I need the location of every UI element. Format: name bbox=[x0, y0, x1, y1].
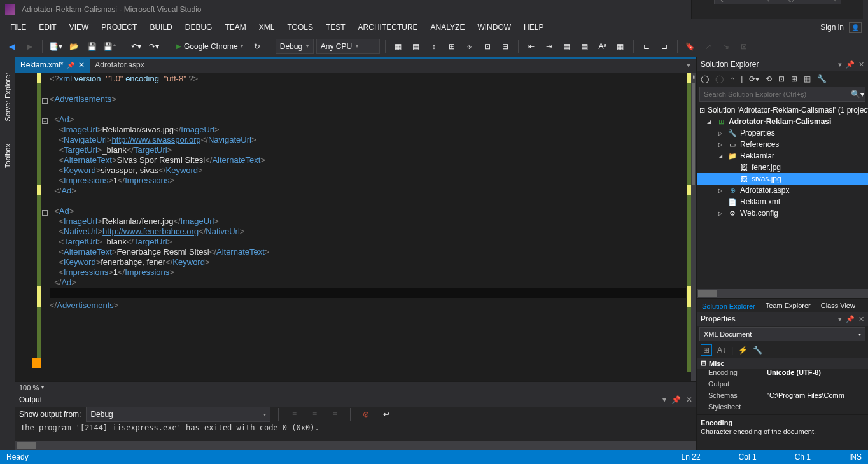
fwd-icon[interactable]: ◯ bbox=[715, 74, 724, 83]
menu-help[interactable]: HELP bbox=[517, 20, 550, 34]
tab-team-explorer[interactable]: Team Explorer bbox=[760, 300, 816, 311]
output-tool-icon[interactable]: ≡ bbox=[286, 407, 302, 422]
file-node[interactable]: ▷⊕Adrotator.aspx bbox=[697, 185, 868, 196]
tool-icon[interactable]: ▦ bbox=[391, 39, 406, 54]
menu-xml[interactable]: XML bbox=[253, 20, 281, 34]
menu-architecture[interactable]: ARCHITECTURE bbox=[352, 20, 424, 34]
undo-button[interactable]: ↶▾ bbox=[129, 39, 144, 54]
start-debug-button[interactable]: ▶Google Chrome▾ bbox=[172, 39, 247, 54]
pin-icon[interactable]: 📌 bbox=[846, 60, 855, 69]
dropdown-icon[interactable]: ▾ bbox=[662, 395, 666, 404]
file-node[interactable]: 📄Reklam.xml bbox=[697, 196, 868, 207]
text-icon[interactable]: Aª bbox=[595, 39, 610, 54]
references-node[interactable]: ▷▭References bbox=[697, 139, 868, 150]
output-tool-icon[interactable]: ≡ bbox=[307, 407, 322, 422]
tool-icon[interactable]: ▦ bbox=[804, 74, 811, 83]
uncomment-icon[interactable]: ▤ bbox=[577, 39, 592, 54]
browser-refresh-button[interactable]: ↻ bbox=[249, 39, 265, 54]
tool-icon[interactable]: ↕ bbox=[426, 39, 442, 54]
property-category[interactable]: ⊟Misc bbox=[697, 358, 868, 369]
tool-icon[interactable]: ⊞ bbox=[444, 39, 459, 54]
tool-icon[interactable]: ⊐ bbox=[657, 39, 672, 54]
tool-icon[interactable]: ⊏ bbox=[639, 39, 654, 54]
menu-test[interactable]: TEST bbox=[319, 20, 352, 34]
tool-icon[interactable]: ▦ bbox=[613, 39, 628, 54]
output-tool-icon[interactable]: ≡ bbox=[327, 407, 342, 422]
tab-solution-explorer[interactable]: Solution Explorer bbox=[697, 299, 760, 312]
tab-reklam-xml[interactable]: Reklam.xml* 📌 ✕ bbox=[15, 57, 90, 73]
menu-file[interactable]: FILE bbox=[4, 20, 32, 34]
pin-icon[interactable]: 📌 bbox=[67, 62, 74, 69]
menu-edit[interactable]: EDIT bbox=[32, 20, 62, 34]
tab-class-view[interactable]: Class View bbox=[816, 300, 860, 311]
search-icon[interactable]: 🔍▾ bbox=[850, 87, 865, 102]
dropdown-icon[interactable]: ▾ bbox=[838, 315, 842, 323]
properties-icon[interactable]: 🔧 bbox=[817, 74, 827, 83]
menu-team[interactable]: TEAM bbox=[218, 20, 252, 34]
save-all-button[interactable]: 💾⁺ bbox=[102, 39, 118, 54]
properties-object-dropdown[interactable]: XML Document▾ bbox=[699, 327, 865, 341]
back-icon[interactable]: ◯ bbox=[701, 74, 709, 83]
menu-project[interactable]: PROJECT bbox=[95, 20, 143, 34]
tool-icon[interactable]: ⊠ bbox=[736, 39, 752, 54]
tool-icon[interactable]: ⟳▾ bbox=[749, 74, 759, 83]
user-icon[interactable]: 👤 bbox=[849, 22, 862, 33]
toolbox-tab[interactable]: Toolbox bbox=[4, 144, 11, 168]
vertical-scrollbar[interactable]: ⬍ bbox=[691, 73, 696, 381]
close-icon[interactable]: ✕ bbox=[858, 315, 864, 323]
solution-search-input[interactable] bbox=[699, 87, 850, 102]
nav-back-button[interactable]: ◀ bbox=[4, 39, 19, 54]
pin-icon[interactable]: 📌 bbox=[846, 315, 855, 323]
refresh-icon[interactable]: ⟲ bbox=[766, 74, 772, 83]
menu-window[interactable]: WINDOW bbox=[471, 20, 517, 34]
home-icon[interactable]: ⌂ bbox=[730, 74, 734, 83]
nav-fwd-button[interactable]: ▶ bbox=[22, 39, 37, 54]
zoom-level[interactable]: 100 % bbox=[19, 384, 39, 391]
config-dropdown[interactable]: Debug▾ bbox=[276, 39, 314, 54]
property-row[interactable]: Output bbox=[697, 380, 868, 391]
server-explorer-tab[interactable]: Server Explorer bbox=[4, 73, 11, 121]
menu-tools[interactable]: TOOLS bbox=[281, 20, 319, 34]
bookmark-icon[interactable]: 🔖 bbox=[683, 39, 698, 54]
redo-button[interactable]: ↷▾ bbox=[146, 39, 162, 54]
categorized-icon[interactable]: ⊞ bbox=[701, 344, 712, 356]
close-tab-icon[interactable]: ✕ bbox=[78, 60, 85, 69]
horizontal-scrollbar[interactable] bbox=[15, 441, 696, 450]
close-icon[interactable]: ✕ bbox=[858, 60, 864, 69]
indent-icon[interactable]: ⇤ bbox=[524, 39, 539, 54]
clear-output-icon[interactable]: ⊘ bbox=[358, 407, 374, 422]
tool-icon[interactable]: ⊟ bbox=[498, 39, 513, 54]
tool-icon[interactable]: ⟐ bbox=[462, 39, 477, 54]
comment-icon[interactable]: ▤ bbox=[559, 39, 575, 54]
dropdown-icon[interactable]: ▾ bbox=[838, 60, 842, 69]
save-button[interactable]: 💾 bbox=[84, 39, 99, 54]
file-node-selected[interactable]: 🖼sivas.jpg bbox=[697, 173, 868, 185]
properties-node[interactable]: ▷🔧Properties bbox=[697, 127, 868, 139]
tab-adrotator-aspx[interactable]: Adrotator.aspx bbox=[90, 57, 149, 73]
open-file-button[interactable]: 📂 bbox=[66, 39, 81, 54]
tool-icon[interactable]: ↘ bbox=[718, 39, 734, 54]
pin-icon[interactable]: 📌 bbox=[671, 395, 681, 404]
menu-build[interactable]: BUILD bbox=[143, 20, 178, 34]
sign-in-link[interactable]: Sign in bbox=[820, 23, 844, 32]
tool-icon[interactable]: ⊞ bbox=[791, 74, 797, 83]
folder-node[interactable]: ◢📁Reklamlar bbox=[697, 150, 868, 162]
tool-icon[interactable]: ▤ bbox=[409, 39, 424, 54]
tab-overflow-icon[interactable]: ▾ bbox=[681, 57, 696, 73]
platform-dropdown[interactable]: Any CPU▾ bbox=[316, 39, 380, 54]
property-row[interactable]: Stylesheet bbox=[697, 403, 868, 414]
new-project-button[interactable]: 📑▾ bbox=[48, 39, 64, 54]
close-icon[interactable]: ✕ bbox=[686, 395, 692, 404]
alphabetical-icon[interactable]: A↓ bbox=[717, 346, 726, 355]
tool-icon[interactable]: ⊡ bbox=[778, 74, 785, 83]
file-node[interactable]: 🖼fener.jpg bbox=[697, 162, 868, 173]
tool-icon[interactable]: ↗ bbox=[701, 39, 716, 54]
project-node[interactable]: ◢⊞Adrotator-Reklam-Calismasi bbox=[697, 116, 868, 127]
code-editor[interactable]: − − − <?xml version="1.0" encoding="utf-… bbox=[15, 73, 696, 381]
toggle-wrap-icon[interactable]: ↩ bbox=[379, 407, 394, 422]
menu-view[interactable]: VIEW bbox=[63, 20, 95, 34]
file-node[interactable]: ▷⚙Web.config bbox=[697, 207, 868, 219]
menu-debug[interactable]: DEBUG bbox=[179, 20, 219, 34]
tool-icon[interactable]: ⊡ bbox=[480, 39, 495, 54]
menu-analyze[interactable]: ANALYZE bbox=[424, 20, 472, 34]
